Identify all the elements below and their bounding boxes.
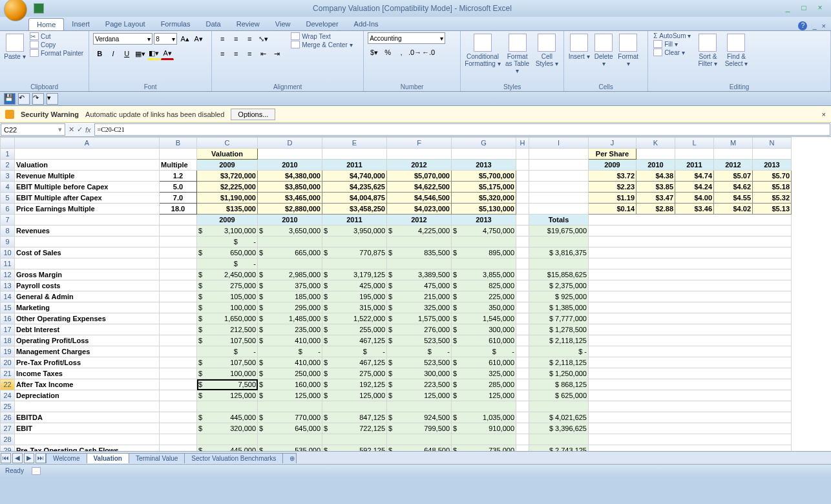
row-header-8[interactable]: 8 [1, 226, 15, 236]
cell[interactable]: EBITDA [15, 412, 160, 423]
insert-cells-button[interactable]: Insert ▾ [568, 32, 590, 60]
cell[interactable]: Debt Interest [15, 324, 160, 335]
row-header-21[interactable]: 21 [1, 368, 15, 379]
cell[interactable]: After Tax Income [15, 379, 160, 390]
cell[interactable]: $5.07 [714, 171, 753, 182]
cell[interactable]: $4.74 [675, 171, 714, 182]
cell[interactable] [529, 258, 589, 269]
row-header-5[interactable]: 5 [1, 193, 15, 204]
minimize-button[interactable]: _ [781, 3, 795, 14]
increase-decimal-button[interactable]: .0→ [408, 46, 421, 59]
cell[interactable]: 2009 [589, 160, 636, 171]
cell[interactable]: 1.2 [160, 171, 197, 182]
cell[interactable]: $ 2,743,125 [529, 445, 589, 452]
cell[interactable]: General & Admin [15, 291, 160, 302]
close-security-bar-button[interactable]: × [822, 110, 826, 118]
col-header-B[interactable]: B [160, 138, 197, 149]
find-select-button[interactable]: Find & Select ▾ [723, 32, 749, 67]
sheet-tab-terminal-value[interactable]: Terminal Value [129, 453, 185, 463]
col-header-I[interactable]: I [529, 138, 589, 149]
row-header-7[interactable]: 7 [1, 215, 15, 226]
cell[interactable]: $ 3,816,375 [529, 247, 589, 258]
cell[interactable]: Multiple [160, 160, 197, 171]
cell[interactable]: $4.55 [714, 193, 753, 204]
cell[interactable]: $4,023,000 [387, 204, 452, 215]
row-header-12[interactable]: 12 [1, 269, 15, 280]
underline-button[interactable]: U [120, 47, 133, 60]
row-header-14[interactable]: 14 [1, 291, 15, 302]
decrease-decimal-button[interactable]: ←.0 [422, 46, 435, 59]
tab-data[interactable]: Data [198, 18, 228, 30]
macro-record-icon[interactable] [32, 467, 41, 475]
cell[interactable]: $5.32 [753, 193, 792, 204]
sheet-nav-first[interactable]: ⏮ [1, 453, 11, 463]
cell[interactable]: Valuation [15, 160, 160, 171]
cell[interactable]: 7.0 [160, 193, 197, 204]
delete-cells-button[interactable]: Delete ▾ [593, 32, 615, 67]
row-header-9[interactable]: 9 [1, 236, 15, 247]
shrink-font-button[interactable]: A▾ [192, 32, 205, 45]
cell[interactable]: 2012 [387, 215, 452, 226]
cell[interactable]: 2011 [322, 215, 387, 226]
italic-button[interactable]: I [107, 47, 120, 60]
sheet-nav-next[interactable]: ▶ [24, 453, 34, 463]
row-header-17[interactable]: 17 [1, 324, 15, 335]
cell[interactable]: $5,320,000 [452, 193, 516, 204]
cell[interactable]: $2.88 [636, 204, 675, 215]
number-format-combo[interactable]: Accounting▾ [368, 32, 445, 44]
fx-button[interactable]: fx [85, 126, 91, 134]
row-header-13[interactable]: 13 [1, 280, 15, 291]
format-painter-button[interactable]: Format Painter [28, 49, 85, 57]
cell[interactable]: 2013 [452, 160, 516, 171]
cell[interactable]: $ - [529, 346, 589, 357]
tab-insert[interactable]: Insert [64, 18, 98, 30]
row-header-28[interactable]: 28 [1, 434, 15, 445]
cell[interactable]: 2012 [387, 160, 452, 171]
col-header-C[interactable]: C [197, 138, 258, 149]
row-header-25[interactable]: 25 [1, 401, 15, 412]
merge-center-button[interactable]: Merge & Center ▾ [289, 41, 354, 48]
cell[interactable]: $3,465,000 [258, 193, 322, 204]
cell[interactable]: $ 1,278,500 [529, 324, 589, 335]
col-header-H[interactable]: H [516, 138, 529, 149]
cell[interactable]: $3,850,000 [258, 182, 322, 193]
cell[interactable]: $5,175,000 [452, 182, 516, 193]
cell[interactable]: $5.13 [753, 204, 792, 215]
cell[interactable]: $4,235,625 [322, 182, 387, 193]
row-header-24[interactable]: 24 [1, 390, 15, 401]
cell[interactable]: $ 1,250,000 [529, 368, 589, 379]
cell[interactable]: Cost of Sales [15, 247, 160, 258]
cell[interactable]: $3.47 [636, 193, 675, 204]
row-header-19[interactable]: 19 [1, 346, 15, 357]
save-button[interactable]: 💾 [4, 93, 16, 105]
cell[interactable]: 2010 [636, 160, 675, 171]
cell[interactable]: $5.18 [753, 182, 792, 193]
row-header-2[interactable]: 2 [1, 160, 15, 171]
cell[interactable]: $19,675,000 [529, 226, 589, 236]
restore-button[interactable]: □ [797, 3, 811, 14]
tab-formulas[interactable]: Formulas [153, 18, 198, 30]
cell[interactable]: $ 868,125 [529, 379, 589, 390]
fill-color-button[interactable]: ◧▾ [147, 47, 160, 60]
row-header-18[interactable]: 18 [1, 335, 15, 346]
cell[interactable]: Valuation [197, 149, 258, 160]
cell[interactable]: Price Earnings Multiple [15, 204, 160, 215]
cell[interactable]: 2013 [452, 215, 516, 226]
cell[interactable]: Pre-Tax Profit/Loss [15, 357, 160, 368]
new-sheet-button[interactable]: ⊕ [282, 453, 297, 463]
conditional-formatting-button[interactable]: Conditional Formatting ▾ [465, 32, 501, 67]
col-header-L[interactable]: L [675, 138, 714, 149]
sheet-tab-welcome[interactable]: Welcome [46, 453, 87, 463]
row-header-11[interactable]: 11 [1, 258, 15, 269]
bold-button[interactable]: B [93, 47, 106, 60]
cell[interactable]: $3.72 [589, 171, 636, 182]
cell[interactable]: $4.24 [675, 182, 714, 193]
col-header-J[interactable]: J [589, 138, 636, 149]
cell[interactable]: Payroll costs [15, 280, 160, 291]
cell[interactable]: $15,858,625 [529, 269, 589, 280]
cell[interactable]: $4.62 [714, 182, 753, 193]
tab-home[interactable]: Home [28, 18, 64, 30]
cell[interactable]: Operating Profit/Loss [15, 335, 160, 346]
copy-button[interactable]: Copy [28, 41, 85, 48]
name-box[interactable]: C22▾ [1, 123, 65, 136]
